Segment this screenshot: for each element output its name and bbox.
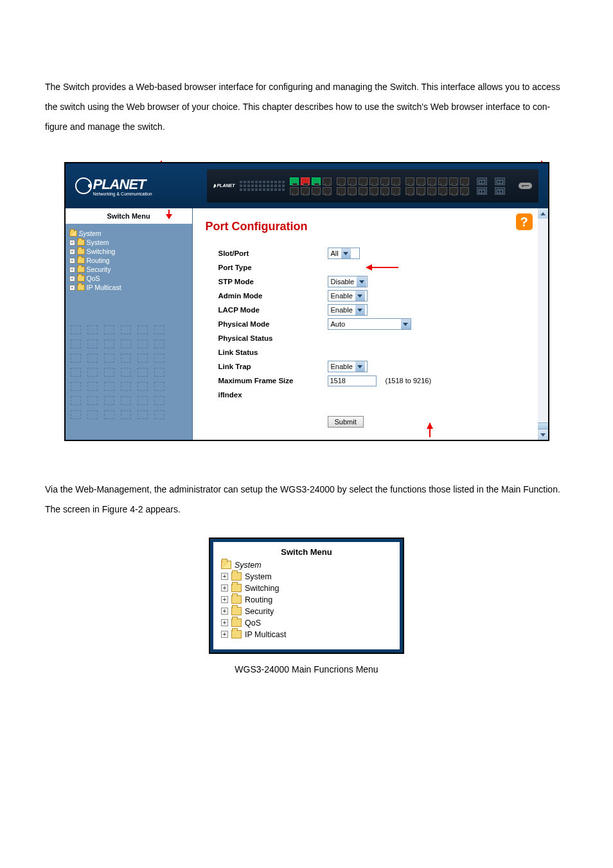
sfp-slots-2	[495, 177, 505, 195]
label-ifindex: ifIndex	[218, 391, 328, 399]
scroll-down-button[interactable]	[538, 429, 548, 440]
menu-item-switching[interactable]: + Switching	[225, 583, 395, 594]
label-admin-mode: Admin Mode	[218, 292, 328, 300]
label-stp-mode: STP Mode	[218, 278, 328, 285]
folder-icon	[77, 239, 85, 246]
device-panel: ◗ PLANET	[207, 169, 538, 203]
folder-icon	[231, 595, 242, 604]
menu-item-routing[interactable]: + Routing	[225, 594, 395, 606]
scrollbar-track[interactable]	[538, 219, 548, 422]
folder-open-icon	[221, 561, 231, 569]
sfp-slots-1	[477, 177, 487, 195]
folder-icon	[77, 266, 85, 273]
mid-paragraph: Via the Web-Management, the administrato…	[0, 467, 613, 532]
folder-icon	[231, 572, 242, 581]
chevron-down-icon	[341, 248, 351, 258]
expand-icon[interactable]: +	[69, 258, 75, 264]
expand-icon[interactable]: +	[221, 619, 228, 626]
dropdown-physical-mode[interactable]: Auto	[328, 318, 411, 330]
input-max-frame[interactable]	[328, 375, 377, 386]
label-max-frame: Maximum Frame Size	[218, 377, 328, 384]
expand-icon[interactable]: +	[69, 285, 75, 291]
scroll-up-button[interactable]	[538, 208, 548, 219]
dropdown-stp-mode[interactable]: Disable	[328, 276, 368, 287]
folder-icon	[231, 584, 242, 592]
intro-paragraph: The Switch provides a Web-based browser …	[0, 0, 613, 156]
sidebar: Switch Menu System + System +	[66, 208, 193, 440]
menu-item-ipmulticast[interactable]: + IP Multicast	[225, 629, 395, 640]
figure-caption: WGS3-24000 Main Funcrions Menu	[0, 660, 613, 700]
logo-orbit-icon	[75, 177, 92, 194]
label-physical-status: Physical Status	[218, 334, 328, 342]
menu-item-security[interactable]: + Security	[225, 606, 395, 617]
menu-root-system[interactable]: System	[221, 559, 395, 571]
folder-icon	[77, 275, 85, 282]
panel-logo: ◗ PLANET	[213, 183, 235, 188]
content-area: ? Port Configuration Slot/Port All Port …	[193, 208, 538, 440]
port-group-2	[337, 177, 400, 195]
sidebar-item-security[interactable]: + Security	[69, 265, 188, 274]
folder-icon	[231, 607, 242, 615]
label-link-status: Link Status	[218, 348, 328, 356]
folder-icon	[77, 248, 85, 255]
logo-tagline: Networking & Communication	[93, 192, 152, 196]
expand-icon[interactable]: +	[221, 631, 228, 638]
page-title: Port Configuration	[206, 220, 525, 233]
expand-icon[interactable]: +	[69, 249, 75, 255]
expand-icon[interactable]: +	[69, 276, 75, 282]
device-header: PLANET Networking & Communication ◗ PLAN…	[66, 163, 548, 208]
power-indicator: ●━━	[519, 183, 531, 189]
sidebar-item-system[interactable]: + System	[69, 238, 188, 247]
chevron-down-icon	[401, 319, 411, 329]
menu-title: Switch Menu	[213, 542, 400, 558]
screenshot-menu: Switch Menu System + System + Switching …	[209, 538, 404, 654]
screenshot-main: PLANET Networking & Communication ◗ PLAN…	[64, 162, 549, 441]
expand-icon[interactable]: +	[221, 573, 228, 580]
label-port-type: Port Type	[218, 264, 328, 271]
sidebar-title: Switch Menu	[66, 208, 192, 224]
submit-button[interactable]: Submit	[328, 416, 364, 428]
folder-icon	[231, 630, 242, 638]
annotation-arrow-submit	[429, 423, 431, 437]
expand-icon[interactable]: +	[221, 596, 228, 603]
sidebar-item-switching[interactable]: + Switching	[69, 247, 188, 256]
sidebar-item-ipmulticast[interactable]: + IP Multicast	[69, 283, 188, 292]
sidebar-item-qos[interactable]: + QoS	[69, 274, 188, 283]
dropdown-admin-mode[interactable]: Enable	[328, 290, 368, 302]
menu-item-qos[interactable]: + QoS	[225, 617, 395, 629]
dropdown-lacp-mode[interactable]: Enable	[328, 304, 368, 316]
expand-icon[interactable]: +	[221, 584, 228, 592]
logo-text: PLANET	[93, 176, 152, 193]
expand-icon[interactable]: +	[221, 608, 228, 615]
label-lacp-mode: LACP Mode	[218, 306, 328, 314]
help-icon[interactable]: ?	[516, 213, 533, 230]
scrollbar[interactable]	[538, 208, 548, 440]
folder-open-icon	[69, 230, 77, 237]
sidebar-decorative-pattern	[66, 297, 192, 422]
dropdown-slot-port[interactable]: All	[328, 248, 360, 259]
expand-icon[interactable]: +	[69, 240, 75, 246]
expand-icon[interactable]: +	[69, 267, 75, 273]
chevron-down-icon	[355, 305, 365, 315]
menu-item-system[interactable]: + System	[225, 571, 395, 583]
annotation-arrow-porttype	[366, 267, 398, 268]
label-physical-mode: Physical Mode	[218, 320, 328, 328]
range-hint: (1518 to 9216)	[386, 377, 432, 384]
label-slot-port: Slot/Port	[218, 249, 328, 257]
port-group-1	[290, 177, 332, 195]
annotation-arrow-menu	[168, 210, 170, 219]
sidebar-item-routing[interactable]: + Routing	[69, 256, 188, 265]
folder-icon	[77, 284, 85, 291]
led-matrix	[240, 181, 285, 191]
folder-icon	[77, 257, 85, 264]
label-link-trap: Link Trap	[218, 363, 328, 370]
folder-icon	[231, 619, 242, 627]
logo: PLANET Networking & Communication	[75, 176, 188, 196]
port-group-3	[405, 177, 469, 195]
sidebar-root-system[interactable]: System	[69, 229, 188, 238]
scrollbar-grip[interactable]	[538, 422, 548, 429]
dropdown-link-trap[interactable]: Enable	[328, 361, 368, 372]
chevron-down-icon	[355, 291, 365, 301]
chevron-down-icon	[355, 361, 365, 372]
chevron-down-icon	[357, 276, 366, 287]
